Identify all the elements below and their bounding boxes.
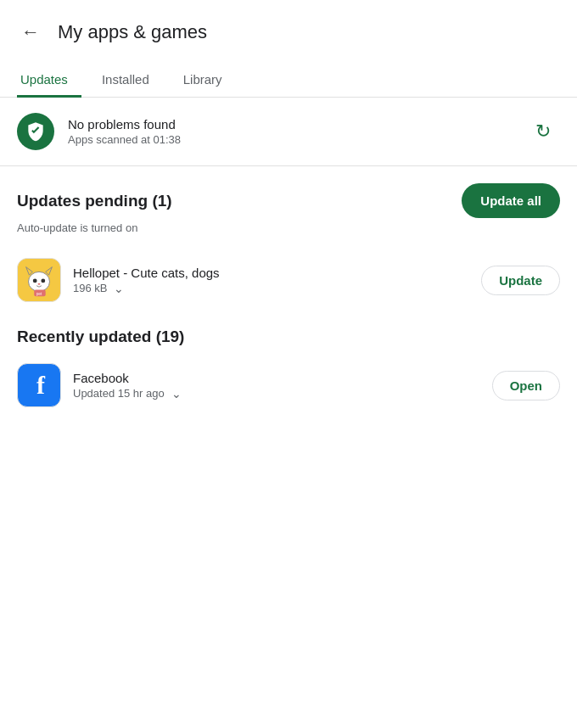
- tabs-bar: Updates Installed Library: [0, 61, 577, 98]
- hellopet-app-name: Hellopet - Cute cats, dogs: [73, 266, 471, 280]
- auto-update-text: Auto-update is turned on: [17, 221, 560, 234]
- facebook-chevron-icon: ⌄: [171, 387, 182, 400]
- svg-point-4: [33, 279, 37, 283]
- tab-updates[interactable]: Updates: [17, 62, 81, 98]
- hellopet-app-info: Hellopet - Cute cats, dogs 196 kB ⌄: [73, 266, 471, 295]
- svg-point-5: [41, 279, 45, 283]
- shield-icon: [17, 113, 54, 150]
- facebook-app-meta: Updated 15 hr ago ⌄: [73, 387, 482, 400]
- hellopet-update-button[interactable]: Update: [481, 266, 560, 295]
- update-all-button[interactable]: Update all: [462, 183, 560, 218]
- security-info: No problems found Apps scanned at 01:38: [68, 117, 526, 146]
- list-item: f Facebook Updated 15 hr ago ⌄ Open: [0, 351, 577, 419]
- facebook-app-info: Facebook Updated 15 hr ago ⌄: [73, 371, 482, 400]
- recently-updated-section: Recently updated (19): [0, 314, 577, 351]
- security-title: No problems found: [68, 117, 526, 132]
- back-button[interactable]: ←: [14, 15, 48, 49]
- page-title: My apps & games: [58, 21, 207, 43]
- list-item: pet Hellopet - Cute cats, dogs 196 kB ⌄ …: [0, 246, 577, 314]
- back-arrow-icon: ←: [21, 21, 40, 43]
- tab-library[interactable]: Library: [180, 62, 236, 98]
- svg-point-1: [29, 272, 50, 291]
- recently-updated-title: Recently updated (19): [17, 328, 184, 345]
- svg-point-6: [38, 283, 41, 285]
- hellopet-app-meta: 196 kB ⌄: [73, 282, 471, 295]
- facebook-app-name: Facebook: [73, 371, 482, 385]
- header: ← My apps & games: [0, 0, 577, 61]
- updates-pending-section: Updates pending (1) Update all Auto-upda…: [0, 166, 577, 246]
- hellopet-chevron-icon: ⌄: [114, 282, 124, 295]
- refresh-button[interactable]: ↻: [526, 115, 560, 148]
- facebook-open-button[interactable]: Open: [492, 371, 560, 400]
- facebook-f-logo: f: [36, 372, 45, 398]
- updates-pending-header: Updates pending (1) Update all: [17, 183, 560, 218]
- tab-installed[interactable]: Installed: [98, 62, 163, 98]
- security-section: No problems found Apps scanned at 01:38 …: [0, 98, 577, 166]
- updates-pending-title: Updates pending (1): [17, 192, 172, 210]
- facebook-app-icon: f: [17, 363, 61, 407]
- security-subtitle: Apps scanned at 01:38: [68, 133, 526, 146]
- svg-text:pet: pet: [36, 292, 42, 296]
- hellopet-app-icon: pet: [17, 258, 61, 302]
- refresh-icon: ↻: [535, 120, 551, 143]
